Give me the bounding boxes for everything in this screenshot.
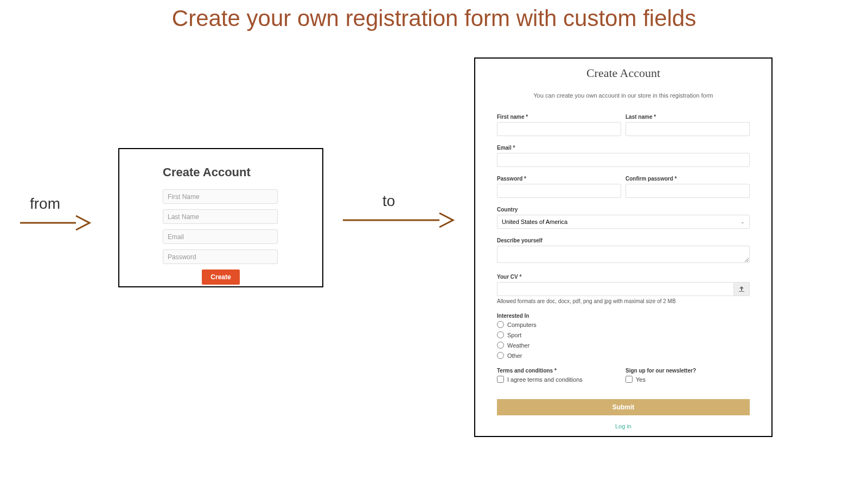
newsletter-checkbox-row[interactable]: Yes (626, 376, 750, 383)
page-title: Create your own registration form with c… (0, 5, 868, 31)
last-name-field[interactable] (626, 122, 750, 136)
email-field[interactable] (497, 153, 750, 167)
ext-form-subtitle: You can create you own account in our st… (497, 92, 750, 99)
radio-label: Weather (507, 342, 529, 349)
simple-form-title: Create Account (163, 165, 279, 179)
radio-label: Sport (507, 332, 521, 338)
terms-text: I agree terms and conditions (507, 376, 583, 383)
email-label: Email * (497, 145, 750, 151)
create-button[interactable]: Create (202, 269, 239, 285)
password-field[interactable] (497, 184, 621, 198)
first-name-input[interactable] (163, 189, 278, 204)
country-select[interactable]: United States of America ⌄ (497, 215, 750, 229)
newsletter-label: Sign up for our newsletter? (626, 368, 750, 374)
interested-option-computers[interactable]: Computers (497, 321, 750, 328)
confirm-password-field[interactable] (626, 184, 750, 198)
password-label: Password * (497, 176, 621, 182)
terms-checkbox[interactable] (497, 376, 504, 383)
arrow-right-icon (19, 215, 92, 231)
radio-input[interactable] (497, 352, 504, 359)
arrow-to: to (342, 192, 456, 228)
radio-label: Computers (507, 322, 537, 328)
arrow-to-label: to (382, 192, 456, 210)
upload-button[interactable] (733, 282, 750, 296)
cv-file-input[interactable] (497, 282, 733, 296)
describe-label: Describe yourself (497, 237, 750, 243)
country-label: Country (497, 207, 750, 213)
chevron-down-icon: ⌄ (741, 219, 745, 224)
confirm-password-label: Confirm password * (626, 176, 750, 182)
interested-option-sport[interactable]: Sport (497, 331, 750, 338)
radio-label: Other (507, 352, 522, 359)
cv-label: Your CV * (497, 274, 750, 280)
radio-input[interactable] (497, 321, 504, 328)
submit-button[interactable]: Submit (497, 399, 750, 415)
newsletter-checkbox[interactable] (626, 376, 633, 383)
ext-form-title: Create Account (497, 66, 750, 80)
arrow-right-icon (342, 212, 456, 228)
last-name-input[interactable] (163, 209, 278, 224)
country-value: United States of America (502, 219, 567, 225)
terms-label: Terms and conditions * (497, 368, 621, 374)
interested-option-other[interactable]: Other (497, 352, 750, 359)
upload-icon (738, 286, 745, 292)
first-name-field[interactable] (497, 122, 621, 136)
last-name-label: Last name * (626, 114, 750, 120)
radio-input[interactable] (497, 331, 504, 338)
extended-form-panel: Create Account You can create you own ac… (474, 57, 773, 437)
password-input[interactable] (163, 249, 278, 264)
first-name-label: First name * (497, 114, 621, 120)
cv-hint: Allowed formats are doc, docx, pdf, png … (497, 298, 750, 304)
arrow-from-label: from (30, 195, 92, 213)
login-link[interactable]: Log in (497, 423, 750, 429)
radio-input[interactable] (497, 342, 504, 349)
interested-option-weather[interactable]: Weather (497, 342, 750, 349)
simple-form-panel: Create Account Create (118, 148, 323, 287)
terms-checkbox-row[interactable]: I agree terms and conditions (497, 376, 621, 383)
interested-label: Interested In (497, 313, 750, 319)
describe-textarea[interactable] (497, 246, 750, 263)
arrow-from: from (19, 195, 92, 231)
email-input[interactable] (163, 229, 278, 244)
newsletter-text: Yes (636, 376, 646, 383)
